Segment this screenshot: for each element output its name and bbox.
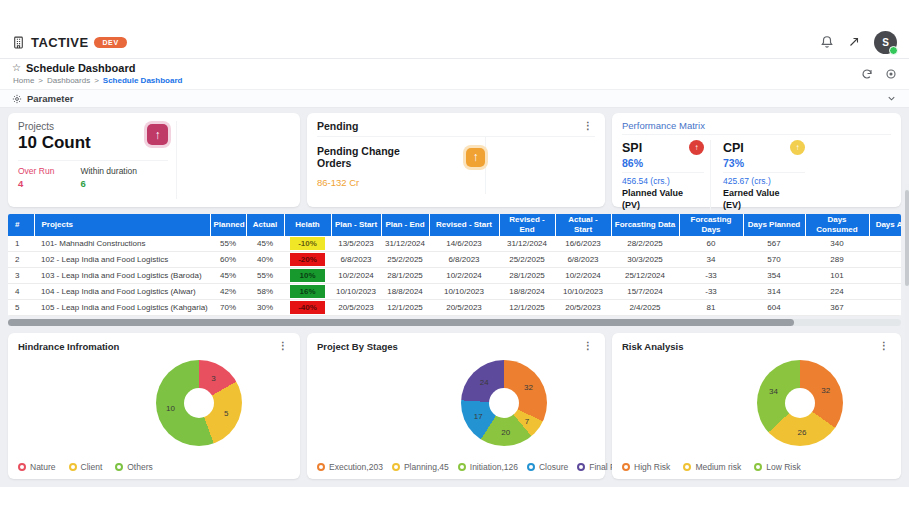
legend-label: Low Risk: [766, 462, 800, 472]
legend-item[interactable]: Medium risk: [683, 462, 741, 472]
brand: TACTIVE DEV: [12, 35, 127, 50]
col-header[interactable]: Revised - End: [499, 214, 555, 236]
table-row[interactable]: 1 101- Mahnadhi Constructions 55% 45% -1…: [8, 236, 901, 252]
expand-icon[interactable]: [848, 36, 860, 48]
cell: 70%: [210, 300, 246, 316]
legend-label: Client: [81, 462, 103, 472]
legend-label: Initiation,126: [470, 462, 518, 472]
kebab-menu-icon[interactable]: ⋮: [581, 341, 595, 351]
col-header[interactable]: Planned: [210, 214, 246, 236]
favorite-star-icon[interactable]: ☆: [12, 63, 21, 73]
col-header[interactable]: Actual - Start: [555, 214, 611, 236]
kebab-menu-icon[interactable]: ⋮: [276, 341, 290, 351]
col-header[interactable]: Helath: [284, 214, 331, 236]
brand-name: TACTIVE: [31, 35, 88, 50]
stages-donut-chart[interactable]: 327201724: [461, 360, 547, 446]
legend-dot-icon: [683, 463, 691, 471]
legend-item[interactable]: Initiation,126: [458, 462, 518, 472]
projects-count: 10 Count: [18, 133, 91, 153]
col-header[interactable]: Plan - End: [381, 214, 429, 236]
cell: [869, 236, 901, 252]
col-header[interactable]: Forcasting Days: [679, 214, 743, 236]
legend-label: Nature: [30, 462, 56, 472]
cell: 570: [743, 252, 805, 268]
col-header[interactable]: Forcasting Data: [611, 214, 679, 236]
env-badge: DEV: [94, 37, 126, 48]
target-icon[interactable]: [885, 68, 897, 80]
pending-card-title: Pending: [317, 120, 358, 132]
scrollbar-thumb[interactable]: [8, 319, 794, 326]
chart-legend: Execution,203Planning,45Initiation,126Cl…: [317, 462, 651, 472]
breadcrumb-dashboards[interactable]: Dashboards: [47, 76, 90, 85]
pending-trend-up-button[interactable]: ↑: [466, 148, 485, 167]
cell: 10/10/2023: [555, 284, 611, 300]
legend-item[interactable]: Client: [69, 462, 103, 472]
cell: 31/12/2024: [499, 236, 555, 252]
col-header[interactable]: Days Ag: [869, 214, 901, 236]
cell: 30%: [246, 300, 284, 316]
overrun-label: Over Run: [18, 166, 54, 176]
cell: 12/1/2025: [381, 300, 429, 316]
legend-item[interactable]: Planning,45: [392, 462, 449, 472]
col-header[interactable]: Projects: [34, 214, 210, 236]
chart-legend: NatureClientOthers: [18, 462, 153, 472]
hindrance-donut-chart[interactable]: 3510: [156, 360, 242, 446]
performance-matrix-title: Performance Matrix: [622, 120, 891, 135]
stages-chart-card: Project By Stages ⋮ 327201724 Execution,…: [307, 333, 605, 479]
refresh-icon[interactable]: [861, 68, 873, 80]
health-badge: 10%: [290, 269, 325, 282]
legend-item[interactable]: Closure: [527, 462, 568, 472]
col-header[interactable]: #: [8, 214, 34, 236]
legend-item[interactable]: Low Risk: [754, 462, 800, 472]
chevron-down-icon[interactable]: [886, 93, 897, 104]
chart-legend: High RiskMedium riskLow Risk: [622, 462, 801, 472]
legend-dot-icon: [69, 463, 77, 471]
building-logo-icon: [12, 36, 25, 49]
table-row[interactable]: 4 104 - Leap India and Food Logistics (A…: [8, 284, 901, 300]
chart-title: Project By Stages: [317, 341, 398, 352]
parameter-bar[interactable]: Parameter: [0, 90, 909, 108]
slice-value-label: 17: [474, 412, 483, 421]
kebab-menu-icon[interactable]: ⋮: [581, 121, 595, 131]
table-header-row: # Projects Planned Actual Helath Plan - …: [8, 214, 901, 236]
cell: 6/8/2023: [429, 252, 499, 268]
col-header[interactable]: Revised - Start: [429, 214, 499, 236]
legend-item[interactable]: Others: [115, 462, 153, 472]
risk-donut-chart[interactable]: 322634: [757, 360, 843, 446]
horizontal-scrollbar[interactable]: [8, 319, 901, 326]
scrollbar-thumb[interactable]: [905, 190, 909, 286]
notification-bell-icon[interactable]: [820, 35, 834, 49]
col-header[interactable]: Actual: [246, 214, 284, 236]
kebab-menu-icon[interactable]: ⋮: [877, 341, 891, 351]
table-row[interactable]: 2 102 - Leap India and Food Logistics 60…: [8, 252, 901, 268]
avatar[interactable]: S: [874, 31, 897, 54]
slice-value-label: 34: [769, 387, 778, 396]
within-duration-label: Within duration: [80, 166, 137, 176]
vertical-scrollbar[interactable]: [905, 184, 909, 410]
col-header[interactable]: Days Planned: [743, 214, 805, 236]
legend-item[interactable]: Execution,203: [317, 462, 383, 472]
cell: [869, 268, 901, 284]
legend-dot-icon: [18, 463, 26, 471]
breadcrumb-current[interactable]: Schedule Dashboard: [103, 76, 183, 85]
projects-trend-up-button[interactable]: ↑: [147, 124, 168, 145]
table-row[interactable]: 5 105 - Leap India and Food Logistics (K…: [8, 300, 901, 316]
slice-value-label: 3: [211, 373, 215, 382]
col-header[interactable]: Days Consumed: [805, 214, 869, 236]
spi-amount: 456.54 (crs.): [622, 176, 704, 186]
breadcrumb-separator: >: [38, 76, 43, 85]
chart-title: Hindrance Infromation: [18, 341, 119, 352]
slice-value-label: 10: [166, 404, 175, 413]
table-row[interactable]: 3 103 - Leap India and Food Logistics (B…: [8, 268, 901, 284]
legend-label: Planning,45: [404, 462, 449, 472]
breadcrumb-home[interactable]: Home: [13, 76, 34, 85]
page-header: ☆ Schedule Dashboard Home > Dashboards >…: [0, 59, 909, 90]
cell: 354: [743, 268, 805, 284]
pending-card: Pending ⋮ Pending Change Orders ↑ 86-132…: [307, 113, 605, 207]
cell: 30/3/2025: [611, 252, 679, 268]
col-header[interactable]: Plan - Start: [331, 214, 381, 236]
cpi-label: CPI: [723, 141, 744, 155]
legend-item[interactable]: Nature: [18, 462, 56, 472]
legend-item[interactable]: High Risk: [622, 462, 670, 472]
cell: 60%: [210, 252, 246, 268]
